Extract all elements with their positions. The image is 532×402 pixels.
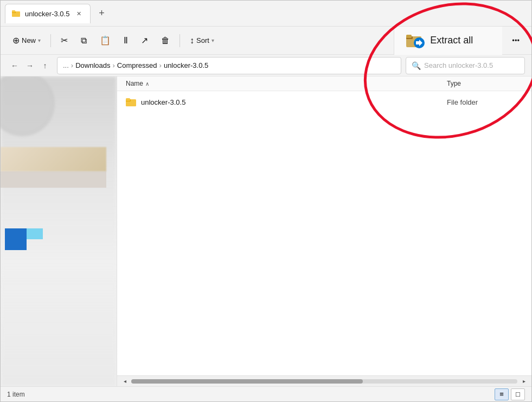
up-button[interactable]: ↑ [37,58,53,73]
new-icon: ⊕ [12,35,20,46]
status-item-count: 1 item [7,391,25,398]
details-view-button[interactable]: ≡ [495,388,509,400]
name-column-header[interactable]: Name ∧ [126,80,447,87]
back-button[interactable]: ← [7,58,22,73]
delete-button[interactable]: 🗑 [156,33,175,49]
tab-title: unlocker-3.0.5 [25,10,69,18]
sidebar-blue-block [5,228,27,250]
delete-icon: 🗑 [161,36,170,46]
column-headers: Name ∧ Type [117,76,531,91]
status-bar: 1 item ≡ □ [1,386,531,401]
scroll-track[interactable] [131,379,517,384]
extract-all-icon [405,31,425,50]
window: unlocker-3.0.5 ✕ + ⊕ New ▾ ✂ ⧉ 📋 Ⅱ ↗ 🗑 [0,0,532,402]
extract-all-button[interactable]: Extract all [394,27,502,55]
sort-icon: ↕ [190,36,194,46]
rename-button[interactable]: Ⅱ [118,32,133,49]
toolbar-separator-1 [50,34,51,47]
file-name: unlocker-3.0.5 [141,98,447,106]
address-bar: ← → ↑ ... › Downloads › Compressed › unl… [1,55,531,76]
active-tab[interactable]: unlocker-3.0.5 ✕ [5,4,91,23]
breadcrumb-compressed[interactable]: Compressed [117,61,157,69]
main-content: Name ∧ Type unlocker-3.0.5 File folder [1,76,531,386]
breadcrumb-current[interactable]: unlocker-3.0.5 [164,61,208,69]
search-icon: 🔍 [412,61,421,70]
folder-icon [126,97,137,107]
breadcrumb-home: ... [63,61,69,69]
file-list-body: unlocker-3.0.5 File folder [117,91,531,375]
file-list: Name ∧ Type unlocker-3.0.5 File folder [117,76,531,386]
svg-rect-5 [406,35,412,38]
scroll-thumb[interactable] [131,379,363,384]
view-toggle: ≡ □ [495,388,525,400]
cut-button[interactable]: ✂ [55,32,73,49]
share-icon: ↗ [141,35,148,46]
scroll-left-arrow[interactable]: ◂ [119,377,130,386]
copy-icon: ⧉ [81,36,87,46]
rename-icon: Ⅱ [124,35,128,46]
cut-icon: ✂ [61,35,68,46]
file-type: File folder [447,98,523,106]
tab-close-button[interactable]: ✕ [74,9,84,18]
tab-folder-icon [12,9,21,18]
sidebar-cyan-block [27,228,43,239]
paste-button[interactable]: 📋 [94,32,116,49]
scroll-right-arrow[interactable]: ▸ [518,377,529,386]
search-placeholder: Search unlocker-3.0.5 [424,61,493,69]
svg-rect-2 [12,10,15,12]
sort-arrow: ∧ [145,81,149,87]
search-box[interactable]: 🔍 Search unlocker-3.0.5 [406,57,525,74]
tiles-view-button[interactable]: □ [511,388,525,400]
breadcrumb-downloads[interactable]: Downloads [75,61,110,69]
extract-all-label: Extract all [430,35,473,46]
breadcrumb[interactable]: ... › Downloads › Compressed › unlocker-… [57,57,401,74]
title-bar: unlocker-3.0.5 ✕ + [1,1,531,27]
forward-button[interactable]: → [22,58,37,73]
svg-rect-10 [126,98,130,101]
share-button[interactable]: ↗ [136,32,153,49]
toolbar: ⊕ New ▾ ✂ ⧉ 📋 Ⅱ ↗ 🗑 ↕ Sort ▾ [1,27,531,55]
new-tab-button[interactable]: + [93,5,110,22]
horizontal-scrollbar[interactable]: ◂ ▸ [117,375,531,386]
sidebar-tan-bar [1,147,106,171]
sort-button[interactable]: ↕ Sort ▾ [184,33,220,49]
type-column-header[interactable]: Type [447,80,523,87]
paste-icon: 📋 [100,35,111,46]
sidebar [1,76,117,386]
toolbar-separator-2 [180,34,180,47]
new-button[interactable]: ⊕ New ▾ [7,32,46,49]
sidebar-tan-bar2 [1,171,106,188]
table-row[interactable]: unlocker-3.0.5 File folder [117,93,531,111]
copy-button[interactable]: ⧉ [75,33,92,49]
more-button[interactable]: ••• [507,33,525,48]
